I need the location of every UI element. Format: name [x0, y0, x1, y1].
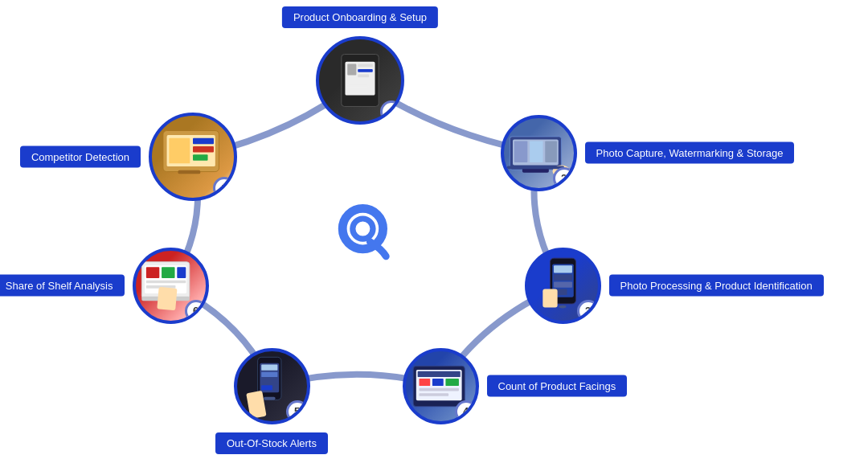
node-circle-4: 4	[403, 348, 479, 424]
svg-rect-28	[417, 371, 460, 376]
node-label-7: Competitor Detection	[20, 146, 141, 168]
node-5[interactable]: 5Out-Of-Stock Alerts	[234, 348, 310, 424]
svg-rect-5	[358, 64, 373, 68]
svg-rect-38	[261, 378, 277, 383]
svg-rect-7	[358, 75, 369, 78]
node-number-7: 7	[213, 177, 235, 199]
node-label-2: Photo Capture, Watermarking & Storage	[585, 142, 795, 164]
svg-rect-22	[554, 281, 572, 287]
svg-rect-46	[177, 267, 186, 278]
svg-point-1	[353, 219, 373, 239]
node-label-3: Photo Processing & Product Identificatio…	[609, 275, 824, 297]
svg-rect-36	[261, 364, 277, 370]
svg-rect-6	[358, 69, 373, 72]
svg-rect-56	[193, 154, 208, 160]
node-label-6: Share of Shelf Analysis	[0, 275, 125, 297]
node-label-5: Out-Of-Stock Alerts	[215, 432, 328, 454]
svg-rect-12	[514, 141, 526, 162]
node-circle-3: 3	[525, 248, 601, 324]
diagram-container: 1Product Onboarding & Setup 2Photo Captu…	[0, 0, 868, 459]
svg-rect-31	[445, 378, 458, 385]
svg-rect-21	[554, 274, 572, 280]
svg-rect-8	[347, 80, 373, 83]
node-circle-5: 5	[234, 348, 310, 424]
center-logo	[326, 193, 406, 273]
svg-rect-20	[554, 265, 572, 273]
svg-rect-57	[178, 170, 200, 174]
node-6[interactable]: 6Share of Shelf Analysis	[133, 248, 209, 324]
svg-rect-30	[432, 378, 443, 385]
svg-rect-14	[545, 141, 557, 162]
node-number-1: 1	[380, 100, 403, 123]
node-label-4: Count of Product Facings	[487, 375, 628, 397]
svg-rect-13	[530, 141, 542, 162]
svg-rect-9	[347, 85, 368, 88]
node-7[interactable]: 7Competitor Detection	[149, 113, 237, 201]
svg-rect-17	[506, 166, 563, 169]
svg-rect-29	[419, 378, 430, 385]
svg-rect-25	[542, 289, 557, 307]
svg-rect-45	[162, 267, 174, 278]
node-circle-1: 1	[316, 36, 404, 125]
node-circle-6: 6	[133, 248, 209, 324]
svg-rect-39	[261, 385, 272, 390]
node-4[interactable]: 4Count of Product Facings	[403, 348, 479, 424]
svg-rect-50	[157, 286, 177, 309]
node-circle-7: 7	[149, 113, 237, 201]
svg-rect-37	[261, 371, 277, 376]
node-circle-2: 2	[501, 115, 577, 191]
svg-rect-54	[193, 138, 214, 144]
node-number-3: 3	[577, 300, 600, 322]
node-number-2: 2	[553, 167, 575, 190]
svg-rect-33	[419, 393, 448, 396]
svg-rect-40	[263, 396, 275, 400]
node-label-1: Product Onboarding & Setup	[282, 6, 438, 28]
node-1[interactable]: 1Product Onboarding & Setup	[316, 36, 404, 125]
svg-rect-53	[169, 138, 190, 164]
node-2[interactable]: 2Photo Capture, Watermarking & Storage	[501, 115, 577, 191]
svg-rect-44	[145, 267, 158, 278]
svg-point-24	[559, 305, 566, 308]
node-3[interactable]: 3Photo Processing & Product Identificati…	[525, 248, 601, 324]
svg-rect-4	[347, 64, 356, 76]
svg-rect-55	[193, 146, 214, 152]
svg-rect-32	[419, 387, 458, 391]
node-number-5: 5	[286, 400, 309, 423]
node-number-4: 4	[455, 400, 477, 423]
node-number-6: 6	[185, 300, 207, 322]
svg-rect-47	[145, 280, 185, 283]
